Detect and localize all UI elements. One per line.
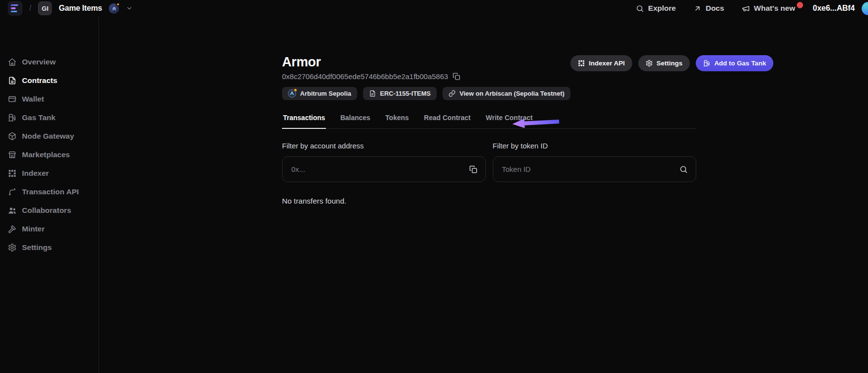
contract-type-icon [369, 90, 376, 97]
tab-balances[interactable]: Balances [339, 114, 371, 128]
sidebar: Overview Contracts Wallet Gas Tank Node … [0, 17, 99, 373]
tab-write-contract[interactable]: Write Contract [485, 114, 534, 128]
grid-icon [578, 60, 585, 67]
search-icon[interactable] [679, 165, 688, 174]
whats-new-link[interactable]: What's new [742, 4, 795, 13]
empty-state-message: No transfers found. [282, 197, 696, 206]
sidebar-item-transaction-api[interactable]: Transaction API [8, 185, 94, 199]
header-actions: Indexer API Settings Add to Gas Tank [570, 55, 773, 71]
sidebar-item-indexer[interactable]: Indexer [8, 166, 94, 180]
sidebar-item-node-gateway[interactable]: Node Gateway [8, 129, 94, 143]
sidebar-item-overview[interactable]: Overview [8, 55, 94, 69]
gear-icon [646, 60, 653, 67]
collaborators-icon [8, 206, 17, 215]
explorer-link-badge[interactable]: View on Arbiscan (Sepolia Testnet) [443, 87, 570, 100]
sidebar-item-marketplaces[interactable]: Marketplaces [8, 148, 94, 162]
project-name[interactable]: Game Items [59, 4, 102, 13]
contracts-icon [8, 76, 17, 85]
minter-icon [8, 225, 17, 233]
tab-transactions[interactable]: Transactions [282, 114, 326, 129]
contract-address: 0x8c2706d40df0065ede5746b6bb5e2a1fb00a58… [282, 72, 448, 81]
account-filter-label: Filter by account address [282, 142, 486, 150]
main-content: Armor 0x8c2706d40df0065ede5746b6bb5e2a1f… [99, 17, 868, 373]
external-arrow-icon [693, 4, 702, 13]
settings-icon [8, 243, 17, 252]
add-to-gas-tank-button[interactable]: Add to Gas Tank [696, 55, 773, 71]
gas-tank-icon [8, 113, 17, 122]
wallet-address[interactable]: 0xe6...ABf4 [813, 4, 855, 13]
topbar: / GI Game Items Explore Docs What's new … [0, 0, 868, 17]
plan-badge-icon[interactable] [109, 3, 119, 14]
fuel-icon [703, 60, 710, 67]
settings-button[interactable]: Settings [638, 55, 690, 71]
indexer-api-button[interactable]: Indexer API [570, 55, 632, 71]
sidebar-item-gas-tank[interactable]: Gas Tank [8, 111, 94, 124]
network-badge[interactable]: Arbitrum Sepolia [282, 87, 357, 100]
notification-dot [294, 88, 297, 92]
sidebar-item-minter[interactable]: Minter [8, 222, 94, 236]
search-icon [636, 4, 644, 13]
copy-address-icon[interactable] [452, 72, 461, 81]
tab-bar: Transactions Balances Tokens Read Contra… [282, 114, 696, 129]
account-filter-input[interactable] [282, 156, 486, 182]
notification-dot [116, 2, 120, 6]
badges-row: Arbitrum Sepolia ERC-1155-ITEMS View on … [282, 87, 570, 100]
org-avatar[interactable]: GI [38, 1, 52, 15]
chevron-down-icon[interactable] [126, 5, 133, 12]
tab-read-contract[interactable]: Read Contract [423, 114, 472, 128]
wallet-icon [8, 95, 17, 104]
contract-header: Armor 0x8c2706d40df0065ede5746b6bb5e2a1f… [282, 54, 696, 100]
marketplaces-icon [8, 150, 17, 159]
docs-link[interactable]: Docs [693, 4, 724, 13]
contract-type-badge[interactable]: ERC-1155-ITEMS [363, 87, 437, 100]
breadcrumb: / GI Game Items [8, 1, 133, 16]
token-filter-input[interactable] [493, 156, 697, 182]
home-icon [8, 58, 17, 66]
contract-address-row: 0x8c2706d40df0065ede5746b6bb5e2a1fb00a58… [282, 72, 570, 81]
sidebar-item-contracts[interactable]: Contracts [8, 74, 94, 87]
indexer-icon [8, 169, 17, 178]
paste-icon[interactable] [469, 165, 478, 174]
node-gateway-icon [8, 132, 17, 141]
transaction-api-icon [8, 187, 17, 196]
sidebar-item-collaborators[interactable]: Collaborators [8, 204, 94, 217]
explore-link[interactable]: Explore [636, 4, 676, 13]
token-filter-label: Filter by token ID [493, 142, 697, 150]
external-link-icon [448, 90, 456, 97]
alert-dot [797, 2, 803, 8]
topbar-nav: Explore Docs What's new 0xe6...ABf4 [636, 2, 868, 15]
breadcrumb-separator: / [29, 4, 31, 13]
page-title: Armor [282, 54, 570, 70]
tab-tokens[interactable]: Tokens [384, 114, 410, 128]
megaphone-icon [742, 4, 750, 13]
sidebar-item-wallet[interactable]: Wallet [8, 92, 94, 106]
arbitrum-network-icon [288, 89, 296, 98]
app-logo[interactable] [8, 1, 22, 16]
filters-row: Filter by account address Filter by toke… [282, 142, 696, 182]
sidebar-item-settings[interactable]: Settings [8, 241, 94, 254]
user-avatar[interactable] [862, 2, 868, 15]
